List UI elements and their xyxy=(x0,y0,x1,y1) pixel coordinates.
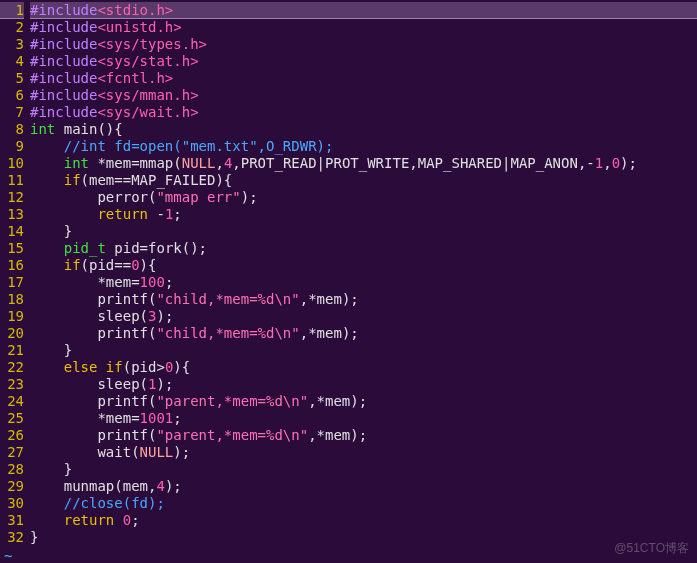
token-plain: printf( xyxy=(30,325,156,341)
code-line[interactable]: sleep(3); xyxy=(30,308,697,325)
token-num: 0 xyxy=(123,512,131,528)
token-const: NULL xyxy=(140,444,174,460)
code-line[interactable]: } xyxy=(30,342,697,359)
line-number: 2 xyxy=(0,19,24,36)
code-line[interactable]: } xyxy=(30,461,697,478)
line-number: 9 xyxy=(0,138,24,155)
code-line[interactable]: #include<sys/wait.h> xyxy=(30,104,697,121)
token-type: pid_t xyxy=(64,240,106,256)
code-line[interactable]: printf("child,*mem=%d\n",*mem); xyxy=(30,325,697,342)
token-kw: return xyxy=(64,512,115,528)
token-num: 1001 xyxy=(140,410,174,426)
code-line[interactable]: #include<unistd.h> xyxy=(30,19,697,36)
code-area[interactable]: #include<stdio.h>#include<unistd.h>#incl… xyxy=(30,2,697,546)
token-plain: ,*mem); xyxy=(300,291,359,307)
token-plain: } xyxy=(30,342,72,358)
code-editor[interactable]: 1234567891011121314151617181920212223242… xyxy=(0,0,697,548)
token-pre: #include xyxy=(30,2,97,18)
token-plain: *mem= xyxy=(30,410,140,426)
line-number: 1 xyxy=(0,2,24,19)
token-pre: #include xyxy=(30,19,97,35)
line-number: 27 xyxy=(0,444,24,461)
token-kw: else if xyxy=(64,359,123,375)
code-line[interactable]: #include<sys/types.h> xyxy=(30,36,697,53)
token-str: "child,*mem=%d\n" xyxy=(156,325,299,341)
code-line[interactable]: #include<sys/mman.h> xyxy=(30,87,697,104)
token-plain: ); xyxy=(173,444,190,460)
token-plain xyxy=(30,495,64,511)
token-plain: ){ xyxy=(140,257,157,273)
token-plain xyxy=(30,155,64,171)
token-str: "child,*mem=%d\n" xyxy=(156,291,299,307)
code-line[interactable]: printf("child,*mem=%d\n",*mem); xyxy=(30,291,697,308)
token-plain: (mem==MAP_FAILED){ xyxy=(81,172,233,188)
code-line[interactable]: wait(NULL); xyxy=(30,444,697,461)
line-number: 18 xyxy=(0,291,24,308)
token-pre: #include xyxy=(30,104,97,120)
code-line[interactable]: sleep(1); xyxy=(30,376,697,393)
code-line[interactable]: *mem=100; xyxy=(30,274,697,291)
line-number: 23 xyxy=(0,376,24,393)
line-number: 11 xyxy=(0,172,24,189)
line-number: 17 xyxy=(0,274,24,291)
code-line[interactable]: #include<sys/stat.h> xyxy=(30,53,697,70)
token-plain xyxy=(114,512,122,528)
code-line[interactable]: #include<stdio.h> xyxy=(30,2,697,19)
token-kw: return xyxy=(97,206,148,222)
token-plain: ; xyxy=(173,206,181,222)
token-const: NULL xyxy=(182,155,216,171)
code-line[interactable]: munmap(mem,4); xyxy=(30,478,697,495)
token-inc: <sys/wait.h> xyxy=(97,104,198,120)
token-plain: , xyxy=(603,155,611,171)
code-line[interactable]: int main(){ xyxy=(30,121,697,138)
token-plain: ,PROT_READ|PROT_WRITE,MAP_SHARED|MAP_ANO… xyxy=(232,155,594,171)
token-plain: sleep( xyxy=(30,376,148,392)
line-number-gutter: 1234567891011121314151617181920212223242… xyxy=(0,2,30,546)
code-line[interactable]: //int fd=open("mem.txt",O_RDWR); xyxy=(30,138,697,155)
line-number: 6 xyxy=(0,87,24,104)
code-line[interactable]: return 0; xyxy=(30,512,697,529)
line-number: 3 xyxy=(0,36,24,53)
token-plain xyxy=(30,138,64,154)
token-num: 100 xyxy=(140,274,165,290)
token-inc: <sys/types.h> xyxy=(97,36,207,52)
code-line[interactable]: printf("parent,*mem=%d\n",*mem); xyxy=(30,393,697,410)
line-number: 12 xyxy=(0,189,24,206)
token-plain xyxy=(30,172,64,188)
token-type: int xyxy=(64,155,89,171)
code-line[interactable]: //close(fd); xyxy=(30,495,697,512)
line-number: 21 xyxy=(0,342,24,359)
token-str: "parent,*mem=%d\n" xyxy=(156,427,308,443)
code-line[interactable]: return -1; xyxy=(30,206,697,223)
token-plain: ); xyxy=(241,189,258,205)
code-line[interactable]: if(mem==MAP_FAILED){ xyxy=(30,172,697,189)
token-plain: , xyxy=(215,155,223,171)
token-plain: printf( xyxy=(30,393,156,409)
token-kw: if xyxy=(64,257,81,273)
code-line[interactable]: perror("mmap err"); xyxy=(30,189,697,206)
line-number: 8 xyxy=(0,121,24,138)
token-plain: *mem=mmap( xyxy=(89,155,182,171)
token-plain: pid=fork(); xyxy=(106,240,207,256)
token-pre: #include xyxy=(30,53,97,69)
line-number: 16 xyxy=(0,257,24,274)
token-plain: } xyxy=(30,461,72,477)
token-plain: - xyxy=(148,206,165,222)
code-line[interactable]: *mem=1001; xyxy=(30,410,697,427)
line-number: 15 xyxy=(0,240,24,257)
code-line[interactable]: int *mem=mmap(NULL,4,PROT_READ|PROT_WRIT… xyxy=(30,155,697,172)
token-plain: ); xyxy=(165,478,182,494)
code-line[interactable]: printf("parent,*mem=%d\n",*mem); xyxy=(30,427,697,444)
token-plain: ,*mem); xyxy=(308,393,367,409)
token-plain: ,*mem); xyxy=(300,325,359,341)
code-line[interactable]: pid_t pid=fork(); xyxy=(30,240,697,257)
code-line[interactable]: if(pid==0){ xyxy=(30,257,697,274)
code-line[interactable]: } xyxy=(30,223,697,240)
code-line[interactable]: else if(pid>0){ xyxy=(30,359,697,376)
token-plain xyxy=(30,240,64,256)
token-num: 4 xyxy=(156,478,164,494)
token-kw: if xyxy=(64,172,81,188)
line-number: 24 xyxy=(0,393,24,410)
code-line[interactable]: #include<fcntl.h> xyxy=(30,70,697,87)
code-line[interactable]: } xyxy=(30,529,697,546)
